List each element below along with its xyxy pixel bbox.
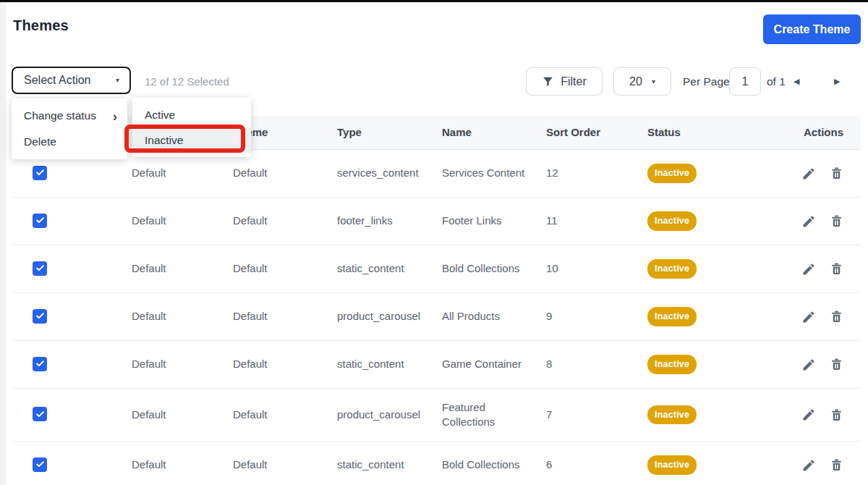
edit-button[interactable] — [801, 310, 816, 324]
cell-name: All Products — [442, 309, 546, 324]
cell-channel: Default — [132, 357, 233, 371]
filter-label: Filter — [561, 75, 587, 88]
header-sort-order: Sort Order — [546, 125, 647, 140]
caret-down-icon: ▾ — [652, 78, 655, 85]
cell-theme: Default — [233, 457, 337, 472]
cell-theme: Default — [233, 408, 337, 422]
cell-sort-order: 11 — [546, 214, 647, 228]
check-icon — [35, 460, 45, 469]
create-theme-button[interactable]: Create Theme — [763, 14, 861, 44]
cell-type: product_carousel — [337, 309, 442, 324]
caret-down-icon: ▾ — [116, 77, 119, 84]
cell-theme: Default — [233, 309, 337, 324]
pencil-icon — [801, 214, 816, 229]
check-icon — [35, 410, 45, 419]
delete-button[interactable] — [830, 457, 843, 473]
next-page-button[interactable]: ▶ — [834, 77, 840, 86]
trash-icon — [830, 457, 843, 473]
pencil-icon — [801, 262, 816, 277]
delete-button[interactable] — [830, 408, 843, 423]
header-type: Type — [337, 125, 442, 140]
per-page-dropdown[interactable]: 20 ▾ — [613, 67, 671, 96]
header-status: Status — [647, 125, 773, 140]
page-title: Themes — [13, 17, 69, 34]
per-page-value: 20 — [629, 75, 642, 88]
row-checkbox-checked[interactable] — [33, 261, 47, 276]
cell-sort-order: 12 — [546, 166, 647, 180]
row-checkbox-checked[interactable] — [33, 457, 47, 472]
row-checkbox-checked[interactable] — [33, 214, 47, 228]
edit-button[interactable] — [801, 262, 816, 277]
status-badge: Inactive — [647, 259, 697, 279]
pencil-icon — [801, 358, 816, 372]
status-badge: Inactive — [647, 355, 697, 374]
left-edge-strip — [0, 2, 6, 485]
trash-icon — [830, 214, 843, 229]
check-icon — [35, 263, 45, 273]
delete-button[interactable] — [830, 261, 843, 277]
per-page-label: Per Page — [683, 75, 730, 88]
trash-icon — [830, 309, 843, 324]
delete-button[interactable] — [830, 309, 843, 324]
table-row: Default Default product_carousel Feature… — [13, 389, 861, 442]
filter-icon — [542, 75, 554, 88]
pencil-icon — [801, 166, 816, 181]
delete-button[interactable] — [830, 214, 843, 229]
edit-button[interactable] — [801, 166, 816, 181]
cell-theme: Default — [233, 166, 337, 180]
edit-button[interactable] — [801, 408, 816, 422]
cell-sort-order: 10 — [546, 261, 647, 276]
cell-name: Services Content — [442, 166, 546, 180]
menu-item-label: Active — [145, 109, 175, 122]
cell-channel: Default — [132, 214, 233, 228]
pencil-icon — [801, 458, 816, 473]
submenu-item-inactive[interactable]: Inactive — [132, 127, 251, 153]
filter-button[interactable]: Filter — [526, 67, 603, 96]
delete-button[interactable] — [830, 166, 843, 181]
chevron-right-icon: › — [113, 109, 117, 123]
row-checkbox-checked[interactable] — [33, 407, 47, 421]
cell-channel: Default — [132, 309, 233, 324]
cell-type: product_carousel — [337, 408, 442, 422]
cell-type: services_content — [337, 166, 442, 180]
submenu-item-active[interactable]: Active — [132, 102, 251, 127]
menu-item-change-status[interactable]: Change status › — [12, 103, 127, 129]
status-badge: Inactive — [647, 455, 697, 475]
edit-button[interactable] — [801, 214, 816, 229]
cell-theme: Default — [233, 261, 337, 276]
table-row: Default Default static_content Game Cont… — [13, 341, 861, 389]
cell-sort-order: 9 — [546, 309, 647, 324]
trash-icon — [830, 408, 843, 423]
delete-button[interactable] — [830, 357, 843, 372]
select-action-dropdown[interactable]: Select Action ▾ — [12, 67, 131, 94]
cell-name: Featured Collections — [442, 400, 546, 430]
edit-button[interactable] — [801, 458, 816, 473]
cell-name: Bold Collections — [442, 261, 546, 276]
edit-button[interactable] — [801, 358, 816, 372]
table-body: Default Default services_content Service… — [13, 150, 861, 485]
table-row: Default Default product_carousel All Pro… — [13, 293, 861, 341]
page-number-input[interactable] — [729, 67, 761, 96]
themes-page: Themes Create Theme Select Action ▾ 12 o… — [0, 0, 868, 485]
row-checkbox-checked[interactable] — [33, 309, 47, 324]
cell-channel: Default — [132, 408, 233, 422]
menu-item-delete[interactable]: Delete — [12, 129, 127, 155]
cell-channel: Default — [132, 261, 233, 276]
cell-name: Bold Collections — [442, 457, 546, 472]
row-checkbox-checked[interactable] — [33, 357, 47, 371]
cell-theme: Default — [233, 357, 337, 371]
check-icon — [35, 311, 45, 321]
change-status-submenu: Active Inactive — [132, 98, 251, 157]
cell-channel: Default — [132, 457, 233, 472]
header-actions: Actions — [773, 125, 861, 140]
row-checkbox-checked[interactable] — [33, 166, 47, 180]
pencil-icon — [801, 408, 816, 422]
cell-name: Footer Links — [442, 214, 546, 228]
select-action-label: Select Action — [24, 74, 91, 87]
status-badge: Inactive — [647, 405, 697, 425]
cell-sort-order: 6 — [546, 457, 647, 472]
trash-icon — [830, 261, 843, 277]
menu-item-label: Change status — [24, 109, 96, 122]
cell-sort-order: 8 — [546, 357, 647, 371]
previous-page-button[interactable]: ◀ — [793, 77, 799, 86]
